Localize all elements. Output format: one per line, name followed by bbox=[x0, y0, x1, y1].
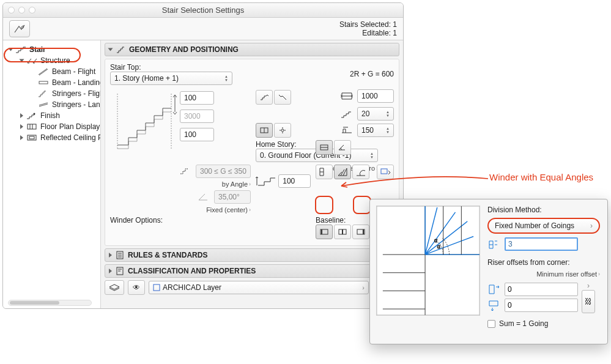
svg-rect-4 bbox=[29, 136, 34, 139]
svg-text:α: α bbox=[437, 243, 440, 250]
home-story-label: Home Story: bbox=[256, 140, 311, 149]
tread-input[interactable]: 150▲▼ bbox=[357, 124, 394, 137]
base-offset-input[interactable]: 100 bbox=[278, 174, 311, 188]
beam-icon bbox=[37, 67, 50, 76]
angle-mode-btn[interactable] bbox=[334, 140, 351, 155]
riser-offsets-label: Riser offsets from corner: bbox=[487, 258, 600, 267]
rules-icon bbox=[116, 251, 124, 259]
disclosure-icon bbox=[20, 113, 23, 118]
stair-top-select[interactable]: 1. Story (Home + 1) ▲▼ bbox=[110, 72, 232, 85]
tree-item-beam-flight[interactable]: Beam - Flight bbox=[3, 66, 100, 77]
angle-icon bbox=[197, 192, 210, 202]
visibility-btn[interactable]: 👁 bbox=[128, 280, 145, 295]
tree-label: Finish bbox=[40, 111, 60, 120]
lock-going-btn[interactable] bbox=[274, 123, 291, 138]
going-range-display: 300 ≤ G ≤ 350 bbox=[196, 165, 251, 178]
classification-icon bbox=[116, 267, 124, 275]
footer: 👁 ARCHICAD Layer › Cancel bbox=[105, 280, 399, 295]
tree-item-rcp[interactable]: Reflected Ceiling Plan Display bbox=[3, 132, 100, 143]
panel-title: RULES & STANDARDS bbox=[128, 251, 207, 259]
landing-icon bbox=[37, 78, 50, 87]
tree-item-structure[interactable]: Structure bbox=[3, 55, 100, 66]
panel-header-classification[interactable]: CLASSIFICATION AND PROPERTIES bbox=[105, 264, 399, 278]
top-offset-input[interactable]: 100 bbox=[180, 91, 214, 105]
svg-rect-14 bbox=[154, 284, 160, 291]
tree-label: Structure bbox=[40, 56, 70, 65]
base-offset-icon bbox=[256, 174, 276, 188]
sum-checkbox[interactable] bbox=[487, 320, 495, 328]
total-height-input[interactable]: 3000 bbox=[180, 110, 214, 123]
stringers-icon bbox=[37, 89, 50, 98]
baseline-right-btn[interactable] bbox=[352, 225, 369, 239]
layer-icon-btn[interactable] bbox=[105, 280, 124, 295]
by-angle-link[interactable]: by Angle› bbox=[222, 180, 251, 188]
svg-rect-0 bbox=[39, 81, 48, 84]
svg-point-6 bbox=[281, 129, 284, 132]
risers-icon bbox=[340, 109, 354, 119]
tree-item-finish[interactable]: Finish bbox=[3, 110, 100, 121]
chain-icon: ⛓ bbox=[585, 297, 592, 306]
offset-a-icon bbox=[487, 283, 502, 295]
winder-options-popup-btn[interactable] bbox=[377, 165, 394, 179]
panel-header-geometry[interactable]: GEOMETRY AND POSITIONING bbox=[105, 43, 399, 56]
bottom-offset-input[interactable]: 100 bbox=[180, 128, 214, 141]
angle-display: 35,00° bbox=[214, 190, 251, 204]
baseline-center-btn[interactable] bbox=[334, 225, 351, 239]
chain-offsets-btn[interactable]: ⛓ bbox=[582, 290, 595, 313]
selection-info: Stairs Selected: 1 Editable: 1 bbox=[339, 20, 397, 37]
tree-item-beam-landing[interactable]: Beam - Landing bbox=[3, 77, 100, 88]
tree-label: Stringers - Landing bbox=[52, 100, 101, 109]
annotation-text: Winder with Equal Angles bbox=[489, 172, 593, 182]
lock-height-btn[interactable] bbox=[256, 123, 273, 138]
tree-label: Beam - Flight bbox=[52, 67, 95, 76]
tree-item-stair[interactable]: Stair bbox=[3, 44, 100, 55]
width-input[interactable]: 1000 bbox=[357, 89, 394, 103]
walkline-mode-btn[interactable] bbox=[316, 140, 333, 155]
tree-item-stringers-flight[interactable]: Stringers - Flight bbox=[3, 88, 100, 99]
favorites-button[interactable] bbox=[9, 20, 30, 37]
tree-label: Stair bbox=[29, 45, 46, 54]
winder-options-popout: α α Division Method: Fixed Number of Goi… bbox=[369, 199, 608, 344]
stringers-landing-icon bbox=[37, 100, 50, 109]
width-icon bbox=[340, 91, 354, 101]
content-area: GEOMETRY AND POSITIONING Stair Top: 1. S… bbox=[101, 40, 403, 308]
winder-type-1-btn[interactable] bbox=[316, 165, 333, 179]
division-method-label: Division Method: bbox=[487, 206, 600, 214]
scrollbar-thumb[interactable] bbox=[10, 301, 59, 305]
tree-item-floor-plan[interactable]: Floor Plan Display bbox=[3, 121, 100, 132]
risers-input[interactable]: 20▲▼ bbox=[357, 107, 394, 121]
tree-label: Reflected Ceiling Plan Display bbox=[40, 133, 101, 142]
winder-type-3-btn[interactable] bbox=[352, 165, 369, 179]
stair-diagram bbox=[110, 87, 177, 155]
svg-rect-15 bbox=[377, 206, 480, 315]
structure-icon bbox=[26, 56, 38, 65]
winder-type-2-btn[interactable] bbox=[334, 165, 351, 179]
baseline-left-btn[interactable] bbox=[316, 225, 333, 239]
panel-title: CLASSIFICATION AND PROPERTIES bbox=[128, 267, 256, 275]
panel-header-rules[interactable]: RULES & STANDARDS bbox=[105, 248, 399, 262]
geometry-panel: Stair Top: 1. Story (Home + 1) ▲▼ 2R + G… bbox=[105, 59, 399, 246]
sidebar-scrollbar[interactable] bbox=[8, 300, 92, 306]
sum-label: Sum = 1 Going bbox=[499, 319, 548, 328]
stair-direction-down-btn[interactable] bbox=[274, 90, 291, 105]
eye-icon: 👁 bbox=[133, 283, 140, 292]
goings-input[interactable] bbox=[505, 237, 578, 251]
sidebar: Stair Structure Beam - Flight Beam - Lan… bbox=[3, 40, 101, 308]
offset-b-input[interactable] bbox=[505, 299, 578, 312]
geometry-icon bbox=[116, 45, 125, 54]
disclosure-icon bbox=[109, 269, 112, 273]
disclosure-icon bbox=[109, 253, 112, 258]
offset-b-icon bbox=[487, 299, 502, 311]
svg-rect-8 bbox=[381, 169, 387, 174]
min-riser-offset-link[interactable]: Minimum riser offset› bbox=[487, 270, 600, 278]
layer-select[interactable]: ARCHICAD Layer › bbox=[149, 281, 369, 294]
settings-window: Stair Selection Settings Stairs Selected… bbox=[2, 2, 404, 309]
disclosure-icon bbox=[20, 135, 23, 140]
division-method-select[interactable]: Fixed Number of Goings › bbox=[487, 218, 600, 234]
fixed-center-link[interactable]: Fixed (center)› bbox=[206, 206, 251, 214]
goings-icon bbox=[487, 238, 502, 250]
stair-direction-up-btn[interactable] bbox=[256, 90, 273, 105]
tree-item-stringers-landing[interactable]: Stringers - Landing bbox=[3, 99, 100, 110]
offset-a-input[interactable] bbox=[505, 283, 578, 296]
titlebar: Stair Selection Settings bbox=[3, 3, 403, 18]
